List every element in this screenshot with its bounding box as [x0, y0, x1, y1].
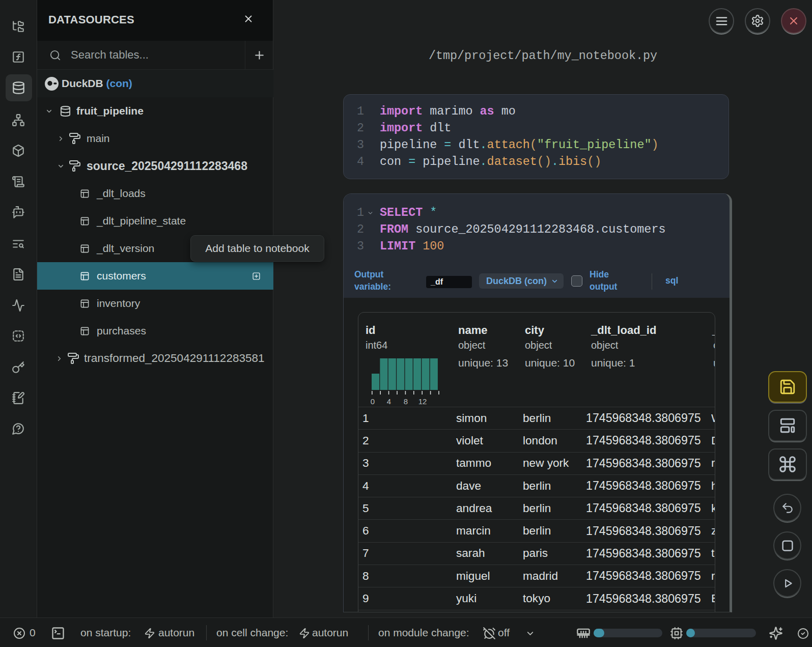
svg-text:0: 0: [371, 397, 375, 406]
svg-text:4: 4: [387, 397, 391, 406]
svg-text:12: 12: [418, 397, 427, 406]
svg-text:8: 8: [404, 397, 408, 406]
